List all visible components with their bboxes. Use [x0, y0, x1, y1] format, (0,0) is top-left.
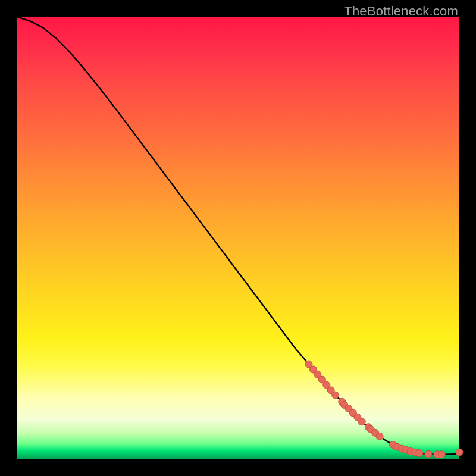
curve-marker	[438, 451, 445, 458]
curve-markers	[305, 361, 463, 458]
curve-marker	[456, 449, 463, 456]
bottleneck-curve	[17, 17, 459, 455]
chart-frame: TheBottleneck.com #000000 #000000 #e66a5…	[0, 0, 476, 476]
curve-svg	[17, 17, 459, 459]
curve-marker	[358, 418, 365, 425]
curve-marker	[376, 433, 383, 440]
curve-marker	[332, 392, 339, 399]
curve-marker	[416, 450, 423, 457]
plot-area	[17, 17, 459, 459]
curve-marker	[425, 450, 432, 458]
